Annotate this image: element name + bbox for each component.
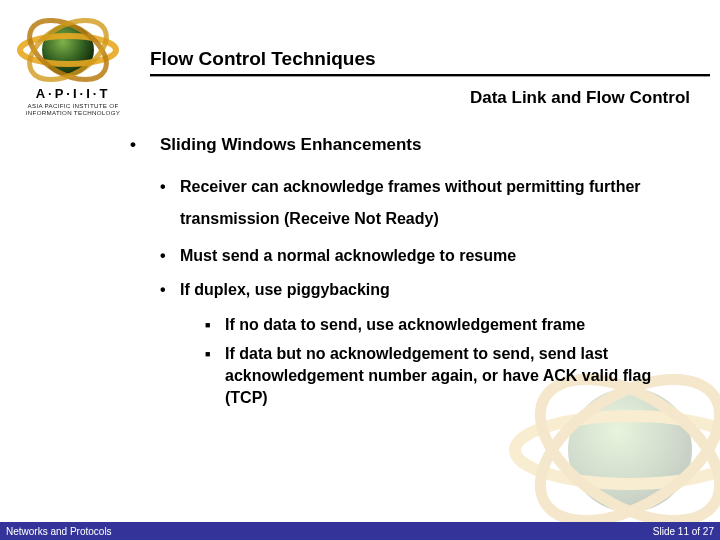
- content-heading: Sliding Windows Enhancements: [160, 135, 421, 155]
- sub-bullet-text: If no data to send, use acknowledgement …: [225, 314, 690, 336]
- slide-header: Flow Control Techniques: [150, 48, 710, 77]
- content-heading-row: • Sliding Windows Enhancements: [130, 135, 690, 155]
- bullet-level3: ■: [205, 314, 225, 336]
- logo-text-block: A·P·I·I·T ASIA PACIFIC INSTITUTE OF INFO…: [8, 86, 138, 116]
- slide-content: • Sliding Windows Enhancements • Receive…: [130, 135, 690, 416]
- footer-right: Slide 11 of 27: [653, 526, 714, 537]
- logo-acronym: A·P·I·I·T: [8, 86, 138, 101]
- bullet-text: Receiver can acknowledge frames without …: [180, 171, 690, 235]
- bullet-level2: •: [160, 245, 180, 267]
- sub-bullet-item: ■ If data but no acknowledgement to send…: [205, 343, 690, 408]
- bullet-level1: •: [130, 135, 160, 155]
- slide-footer: Networks and Protocols Slide 11 of 27: [0, 522, 720, 540]
- bullet-level2: •: [160, 171, 180, 235]
- slide-subtitle: Data Link and Flow Control: [470, 88, 690, 108]
- bullet-item: • If duplex, use piggybacking: [160, 279, 690, 301]
- footer-left: Networks and Protocols: [6, 526, 112, 537]
- bullet-item: • Must send a normal acknowledge to resu…: [160, 245, 690, 267]
- logo-globe: [8, 18, 128, 83]
- bullet-text: If duplex, use piggybacking: [180, 279, 690, 301]
- bullet-level2: •: [160, 279, 180, 301]
- bullet-text: Must send a normal acknowledge to resume: [180, 245, 690, 267]
- logo-subtitle: ASIA PACIFIC INSTITUTE OF INFORMATION TE…: [8, 102, 138, 116]
- title-rule: [150, 74, 710, 77]
- bullet-item: • Receiver can acknowledge frames withou…: [160, 171, 690, 235]
- slide-title: Flow Control Techniques: [150, 48, 710, 72]
- sub-bullet-item: ■ If no data to send, use acknowledgemen…: [205, 314, 690, 336]
- sub-bullet-text: If data but no acknowledgement to send, …: [225, 343, 690, 408]
- bullet-level3: ■: [205, 343, 225, 408]
